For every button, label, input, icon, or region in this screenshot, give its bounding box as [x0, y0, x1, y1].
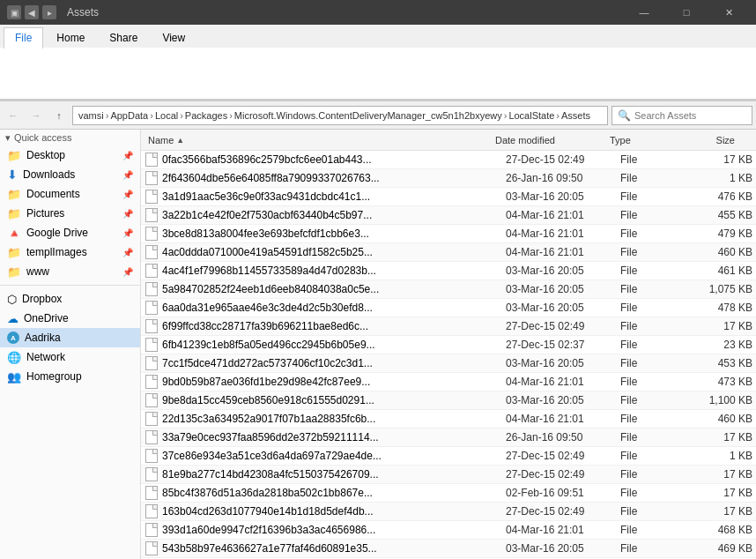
table-row[interactable]: 0fac3566baf536896c2579bcfc6ee01ab443... … — [141, 151, 756, 169]
sidebar: ▾ Quick access 📁 Desktop 📌 ⬇ Downloads 📌… — [0, 130, 141, 559]
file-name: 3bce8d813a8004fee3e693befcfdf1cbb6e3... — [162, 227, 506, 240]
file-date: 04-Mar-16 21:01 — [506, 413, 620, 425]
table-row[interactable]: 22d135c3a634952a9017f07b1aa28835fc6b... … — [141, 410, 756, 429]
sidebar-item-desktop[interactable]: 📁 Desktop 📌 — [0, 145, 140, 165]
sidebar-item-www[interactable]: 📁 www 📌 — [0, 262, 140, 281]
title-bar-icon-1: ▣ — [7, 5, 21, 19]
file-list-header: Name ▲ Date modified Type Size — [141, 130, 756, 151]
sidebar-item-templimages[interactable]: 📁 templImages 📌 — [0, 242, 140, 262]
search-box[interactable]: 🔍 — [611, 106, 752, 125]
sidebar-item-label-downloads: Downloads — [23, 168, 75, 181]
file-doc-icon — [145, 171, 159, 185]
file-date: 04-Mar-16 21:01 — [506, 227, 620, 240]
table-row[interactable]: 37ce86e934e3a51ce3d6a4da697a729ae4de... … — [141, 447, 756, 466]
folder-icon-documents: 📁 — [7, 188, 21, 201]
file-type: File — [620, 153, 691, 166]
table-row[interactable]: 9be8da15cc459ceb8560e918c61555d0291... 0… — [141, 391, 756, 410]
table-row[interactable]: 5a984702852f24eeb1d6eeb84084038a0c5e... … — [141, 280, 756, 299]
file-doc-icon — [145, 541, 159, 555]
sidebar-item-homegroup[interactable]: 👥 Homegroup — [0, 367, 140, 386]
tab-file[interactable]: File — [4, 27, 43, 48]
sidebar-item-label-aadrika: Aadrika — [25, 332, 61, 344]
tab-view[interactable]: View — [151, 27, 196, 48]
quick-access-header[interactable]: ▾ Quick access — [0, 130, 140, 145]
sidebar-item-googledrive[interactable]: 🔺 Google Drive 📌 — [0, 223, 140, 242]
sidebar-item-downloads[interactable]: ⬇ Downloads 📌 — [0, 165, 140, 184]
aadrika-user-icon: A — [7, 332, 19, 344]
tab-share[interactable]: Share — [98, 27, 149, 48]
path-segment-4[interactable]: Packages — [185, 110, 227, 121]
table-row[interactable]: 2f643604dbe56e64085ff8a79099337026763...… — [141, 169, 756, 188]
close-button[interactable]: ✕ — [708, 0, 749, 25]
file-doc-icon — [145, 430, 159, 444]
sidebar-item-network[interactable]: 🌐 Network — [0, 347, 140, 367]
table-row[interactable]: 4ac4f1ef79968b11455733589a4d47d0283b... … — [141, 262, 756, 280]
file-date: 04-Mar-16 21:01 — [506, 246, 620, 258]
table-row[interactable]: 3bce8d813a8004fee3e693befcfdf1cbb6e3... … — [141, 225, 756, 243]
column-date-header[interactable]: Date modified — [492, 135, 606, 145]
sidebar-item-label-dropbox: Dropbox — [22, 293, 62, 305]
sidebar-item-onedrive[interactable]: ☁ OneDrive — [0, 309, 140, 328]
file-size: 476 KB — [691, 190, 752, 203]
file-name: 393d1a60de9947cf2f16396b3a3ac4656986... — [162, 524, 506, 536]
table-row[interactable]: 3a22b1c4e42f0e2f7530acbf63440b4c5b97... … — [141, 206, 756, 225]
sidebar-item-aadrika[interactable]: A Aadrika — [0, 328, 140, 347]
file-type: File — [620, 505, 691, 518]
file-type: File — [620, 487, 691, 499]
table-row[interactable]: 33a79e0cec937faa8596dd2e372b59211114... … — [141, 429, 756, 447]
path-segment-5[interactable]: Microsoft.Windows.ContentDeliveryManager… — [234, 110, 502, 121]
file-size: 478 KB — [691, 302, 752, 314]
sidebar-item-documents[interactable]: 📁 Documents 📌 — [0, 184, 140, 204]
pin-icon-documents: 📌 — [122, 190, 133, 199]
file-doc-icon — [145, 227, 159, 241]
file-date: 03-Mar-16 20:05 — [506, 302, 620, 314]
ribbon-tabs: File Home Share View — [0, 25, 756, 48]
back-button[interactable]: ← — [4, 106, 23, 125]
table-row[interactable]: 543b58b97e4636627a1e77faf46d60891e35... … — [141, 540, 756, 558]
file-name: 2f643604dbe56e64085ff8a79099337026763... — [162, 172, 506, 184]
table-row[interactable]: 6aa0da31e965aae46e3c3de4d2c5b30efd8... 0… — [141, 299, 756, 317]
file-date: 27-Dec-15 02:49 — [506, 450, 620, 462]
file-date: 27-Dec-15 02:49 — [506, 320, 620, 332]
tab-home[interactable]: Home — [45, 27, 96, 48]
sidebar-item-dropbox[interactable]: ⬡ Dropbox — [0, 289, 140, 309]
table-row[interactable]: 81e9ba277c14bd42308a4fc5150375426709... … — [141, 466, 756, 484]
file-list: 0fac3566baf536896c2579bcfc6ee01ab443... … — [141, 151, 756, 559]
table-row[interactable]: 85bc4f3876d51a36da2818ba502c1bb867e... 0… — [141, 484, 756, 503]
up-button[interactable]: ↑ — [49, 106, 69, 125]
file-size: 479 KB — [691, 227, 752, 240]
pin-icon-desktop: 📌 — [122, 151, 133, 160]
file-date: 27-Dec-15 02:49 — [506, 468, 620, 481]
path-segment-3[interactable]: Local — [155, 110, 178, 121]
path-segment-6[interactable]: LocalState — [508, 110, 554, 121]
path-segment-7[interactable]: Assets — [561, 110, 590, 121]
path-segment-2[interactable]: AppData — [110, 110, 148, 121]
maximize-button[interactable]: □ — [666, 0, 707, 25]
column-type-header[interactable]: Type — [606, 135, 677, 145]
file-type: File — [620, 413, 691, 425]
address-path[interactable]: vamsi › AppData › Local › Packages › Mic… — [72, 106, 608, 125]
column-name-header[interactable]: Name ▲ — [145, 135, 492, 145]
pin-icon-pictures: 📌 — [122, 209, 133, 219]
file-date: 03-Mar-16 20:05 — [506, 357, 620, 369]
table-row[interactable]: 3a1d91aac5e36c9e0f33ac9431dcbdc41c1... 0… — [141, 188, 756, 206]
file-size: 17 KB — [691, 487, 752, 499]
file-doc-icon — [145, 208, 159, 222]
column-size-header[interactable]: Size — [677, 135, 738, 145]
table-row[interactable]: 163b04cd263d1077940e14b1d18d5def4db... 2… — [141, 503, 756, 521]
table-row[interactable]: 4ac0ddda071000e419a54591df1582c5b25... 0… — [141, 243, 756, 262]
table-row[interactable]: 9bd0b59b87ae036fd1be29d98e42fc87ee9... 0… — [141, 373, 756, 391]
minimize-button[interactable]: — — [624, 0, 664, 25]
file-size: 473 KB — [691, 376, 752, 388]
table-row[interactable]: 6fb41239c1eb8f5a05ed496cc2945b6b05e9... … — [141, 336, 756, 354]
sidebar-item-pictures[interactable]: 📁 Pictures 📌 — [0, 204, 140, 223]
search-input[interactable] — [634, 110, 746, 121]
file-doc-icon — [145, 282, 159, 296]
forward-button[interactable]: → — [26, 106, 46, 125]
file-date: 03-Mar-16 20:05 — [506, 542, 620, 555]
table-row[interactable]: 7cc1f5dce471dd272ac5737406cf10c2c3d1... … — [141, 354, 756, 373]
table-row[interactable]: 393d1a60de9947cf2f16396b3a3ac4656986... … — [141, 521, 756, 540]
path-segment-1[interactable]: vamsi — [78, 110, 104, 121]
table-row[interactable]: 6f99ffcd38cc28717fa39b696211bae8ed6c... … — [141, 317, 756, 336]
file-size: 17 KB — [691, 153, 752, 166]
